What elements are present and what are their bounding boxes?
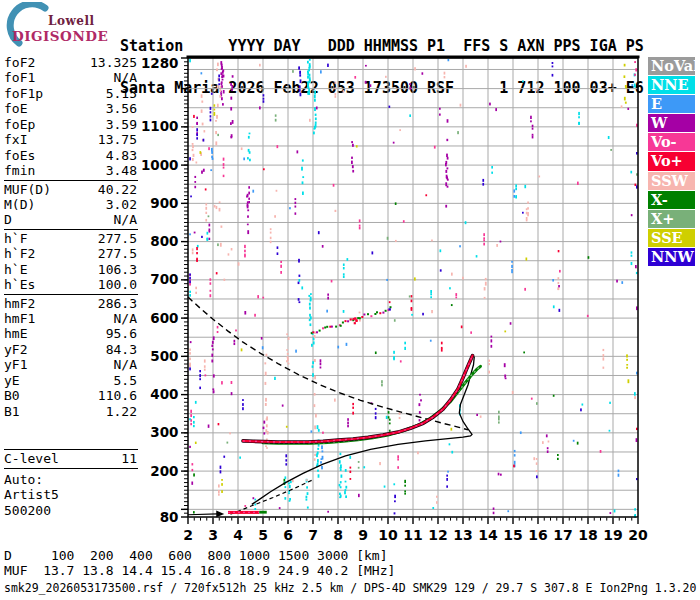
legend-item-ssw: SSW xyxy=(648,172,695,190)
legend-item-e: E xyxy=(648,95,695,113)
muf-row: MUF 13.7 13.8 14.4 15.4 16.8 18.9 24.9 4… xyxy=(4,563,395,578)
svg-text:17: 17 xyxy=(553,527,572,543)
ionogram-plot: 8020030040050060070080090010001100128023… xyxy=(0,0,700,600)
svg-text:10: 10 xyxy=(378,527,398,543)
status-line: smk29_2026053173500.rsf / 720fx512h 25 k… xyxy=(4,581,696,595)
svg-text:80: 80 xyxy=(160,509,179,525)
doppler-direction-legend: NoValNNEEWVo-Vo+SSWX-X+SSENNW xyxy=(648,57,695,267)
svg-text:14: 14 xyxy=(478,527,498,543)
svg-text:500: 500 xyxy=(150,348,178,364)
svg-text:700: 700 xyxy=(150,271,178,287)
legend-item-x: X+ xyxy=(648,210,695,228)
svg-text:900: 900 xyxy=(150,195,178,211)
legend-item-w: W xyxy=(648,114,695,132)
svg-text:8: 8 xyxy=(333,527,343,543)
svg-text:7: 7 xyxy=(308,527,318,543)
legend-item-sse: SSE xyxy=(648,229,695,247)
svg-text:200: 200 xyxy=(150,463,178,479)
legend-item-nne: NNE xyxy=(648,76,695,94)
svg-text:13: 13 xyxy=(453,527,472,543)
legend-item-vo: Vo+ xyxy=(648,152,695,170)
svg-text:6: 6 xyxy=(283,527,293,543)
svg-text:12: 12 xyxy=(428,527,447,543)
legend-item-x: X- xyxy=(648,191,695,209)
legend-item-noval: NoVal xyxy=(648,57,695,75)
svg-text:16: 16 xyxy=(528,527,547,543)
svg-text:20: 20 xyxy=(628,527,648,543)
svg-text:11: 11 xyxy=(403,527,422,543)
svg-text:3: 3 xyxy=(208,527,218,543)
distance-row: D 100 200 400 600 800 1000 1500 3000 [km… xyxy=(4,548,388,563)
svg-text:800: 800 xyxy=(150,233,178,249)
svg-text:400: 400 xyxy=(150,386,178,402)
svg-text:18: 18 xyxy=(578,527,597,543)
svg-text:1100: 1100 xyxy=(141,118,179,134)
svg-text:300: 300 xyxy=(150,424,178,440)
svg-text:4: 4 xyxy=(233,527,243,543)
svg-text:19: 19 xyxy=(603,527,622,543)
svg-text:1000: 1000 xyxy=(141,157,179,173)
svg-text:600: 600 xyxy=(150,310,178,326)
svg-text:2: 2 xyxy=(183,527,193,543)
svg-text:5: 5 xyxy=(258,527,268,543)
legend-item-vo: Vo- xyxy=(648,133,695,151)
svg-text:15: 15 xyxy=(503,527,522,543)
svg-text:9: 9 xyxy=(358,527,368,543)
legend-item-nnw: NNW xyxy=(648,248,695,266)
svg-text:1280: 1280 xyxy=(141,55,179,71)
